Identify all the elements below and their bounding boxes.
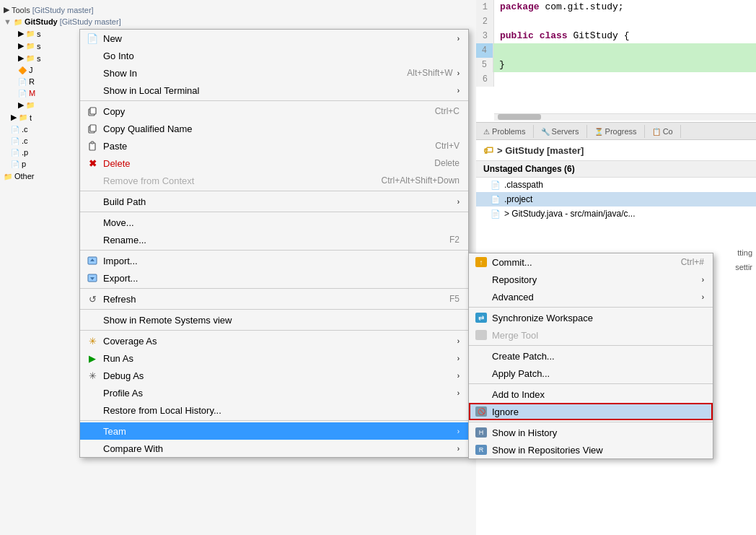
tree-item-r[interactable]: 📄 R — [14, 76, 79, 87]
advanced-arrow: › — [702, 293, 704, 301]
menu-item-show-history[interactable]: H Show in History — [469, 424, 713, 441]
show-in-shortcut: Alt+Shift+W — [407, 68, 452, 78]
show-remote-icon — [86, 314, 99, 326]
menu-item-ignore[interactable]: 🚫 Ignore — [469, 403, 713, 420]
git-section-header: Unstaged Changes (6) — [476, 160, 756, 178]
menu-item-profile-as[interactable]: Profile As › — [80, 384, 468, 401]
settings-text-1: tting — [737, 248, 752, 257]
tree-item-gitstudy[interactable]: ▼ 📁 GitStudy [GitStudy master] — [0, 16, 79, 27]
code-line-6: 6 — [476, 72, 756, 87]
project-tree: ▶Tools[GitStudy master] ▼ 📁 GitStudy [Gi… — [0, 0, 79, 535]
tab-co[interactable]: 📋 Co — [645, 125, 681, 138]
menu-item-repository[interactable]: Repository › — [469, 271, 713, 288]
menu-item-run-as[interactable]: ▶ Run As › — [80, 349, 468, 367]
tree-item-j[interactable]: 🔶 J — [14, 64, 79, 76]
rename-label: Rename... — [103, 235, 449, 245]
context-menu-left: 📄 New › Go Into Show In Alt+Shift+W › Sh… — [79, 29, 469, 458]
show-history-icon: H — [475, 427, 488, 438]
git-file-classpath[interactable]: 📄 .classpath — [476, 178, 756, 192]
separator-1 — [80, 100, 468, 101]
debug-arrow: › — [457, 372, 460, 380]
git-file-project[interactable]: 📄 .project — [476, 192, 756, 206]
tab-problems[interactable]: ⚠ Problems — [476, 125, 534, 138]
menu-item-advanced[interactable]: Advanced › — [469, 288, 713, 305]
menu-item-refresh[interactable]: ↺ Refresh F5 — [80, 290, 468, 308]
h-scrollbar[interactable] — [494, 113, 756, 121]
h-scrollbar-thumb — [498, 114, 541, 120]
delete-icon: ✖ — [86, 157, 99, 169]
separator-8 — [80, 420, 468, 421]
copy-label: Copy — [103, 106, 435, 117]
tree-item-tools[interactable]: ▶Tools[GitStudy master] — [0, 4, 79, 16]
tree-item-s2[interactable]: ▶ 📁 s — [14, 40, 79, 52]
menu-item-show-remote[interactable]: Show in Remote Systems view — [80, 311, 468, 329]
file-icon-classpath: 📄 — [491, 180, 501, 190]
menu-item-commit[interactable]: ↑ Commit... Ctrl+# — [469, 253, 713, 271]
copy-q-label: Copy Qualified Name — [103, 123, 460, 134]
tree-item-s1[interactable]: ▶ 📁 s — [14, 27, 79, 40]
merge-icon — [475, 329, 488, 341]
export-label: Export... — [103, 273, 460, 284]
git-file-java[interactable]: 📄 > GitStudy.java - src/main/java/c... — [476, 206, 756, 221]
commit-label: Commit... — [492, 257, 681, 268]
tab-progress[interactable]: ⏳ Progress — [587, 125, 645, 138]
compare-icon — [86, 443, 99, 454]
line-num-2: 2 — [476, 14, 494, 29]
repository-arrow: › — [702, 276, 704, 284]
new-arrow: › — [457, 35, 460, 43]
show-repos-icon: R — [475, 444, 488, 456]
commit-shortcut: Ctrl+# — [681, 257, 704, 267]
menu-item-go-into[interactable]: Go Into — [80, 47, 468, 64]
menu-item-show-local-terminal[interactable]: Show in Local Terminal › — [80, 82, 468, 99]
line-num-4: 4 — [476, 43, 493, 58]
show-in-arrow: › — [457, 69, 460, 77]
menu-item-restore[interactable]: Restore from Local History... — [80, 401, 468, 419]
tree-item-dotc1[interactable]: 📄 .c — [7, 123, 79, 135]
delete-shortcut: Delete — [434, 158, 460, 168]
right-separator-1 — [469, 307, 713, 308]
menu-item-create-patch[interactable]: Create Patch... — [469, 347, 713, 365]
tree-item-arrow[interactable]: ▶ 📁 — [14, 99, 79, 111]
menu-item-show-repos[interactable]: R Show in Repositories View — [469, 441, 713, 458]
tree-item-other[interactable]: 📁 Other — [0, 170, 79, 182]
menu-item-new[interactable]: 📄 New › — [80, 30, 468, 47]
code-line-2: 2 — [476, 14, 756, 29]
menu-item-debug-as[interactable]: ✳ Debug As › — [80, 367, 468, 384]
menu-item-sync-workspace[interactable]: ⇄ Synchronize Workspace — [469, 309, 713, 326]
menu-item-coverage[interactable]: ✳ Coverage As › — [80, 332, 468, 349]
move-icon — [86, 217, 99, 228]
run-icon: ▶ — [86, 352, 99, 364]
code-line-5: 5 } — [476, 58, 756, 72]
settings-text-2: settir — [735, 263, 752, 271]
menu-item-paste[interactable]: Paste Ctrl+V — [80, 137, 468, 155]
menu-item-add-index[interactable]: Add to Index — [469, 386, 713, 403]
menu-item-apply-patch[interactable]: Apply Patch... — [469, 365, 713, 382]
menu-item-import[interactable]: Import... — [80, 252, 468, 269]
tree-item-p[interactable]: 📄 p — [7, 158, 79, 170]
menu-item-copy-qualified[interactable]: Copy Qualified Name — [80, 120, 468, 137]
separator-5 — [80, 288, 468, 289]
menu-item-move[interactable]: Move... — [80, 214, 468, 231]
menu-item-merge-tool[interactable]: Merge Tool — [469, 326, 713, 344]
tree-item-t[interactable]: ▶ 📁 t — [7, 111, 79, 123]
ignore-icon: 🚫 — [475, 406, 488, 417]
menu-item-remove-context[interactable]: Remove from Context Ctrl+Alt+Shift+Down — [80, 172, 468, 189]
menu-item-rename[interactable]: Rename... F2 — [80, 231, 468, 248]
menu-item-team[interactable]: Team › — [80, 422, 468, 440]
tree-item-dotp[interactable]: 📄 .p — [7, 147, 79, 158]
menu-item-export[interactable]: Export... — [80, 269, 468, 287]
tree-item-s3[interactable]: ▶ 📁 s — [14, 52, 79, 64]
compare-arrow: › — [457, 445, 460, 453]
menu-item-show-in[interactable]: Show In Alt+Shift+W › — [80, 64, 468, 82]
line-num-1: 1 — [476, 0, 494, 14]
menu-item-copy[interactable]: Copy Ctrl+C — [80, 103, 468, 120]
go-into-label: Go Into — [103, 51, 460, 61]
tree-item-m[interactable]: 📄 M — [14, 87, 79, 99]
menu-item-compare-with[interactable]: Compare With › — [80, 440, 468, 457]
run-label: Run As — [103, 353, 453, 364]
menu-item-delete[interactable]: ✖ Delete Delete — [80, 155, 468, 172]
tab-servers[interactable]: 🔧 Servers — [534, 125, 587, 138]
tree-item-dotc2[interactable]: 📄 .c — [7, 135, 79, 147]
menu-item-build-path[interactable]: Build Path › — [80, 193, 468, 210]
advanced-label: Advanced — [492, 292, 698, 303]
